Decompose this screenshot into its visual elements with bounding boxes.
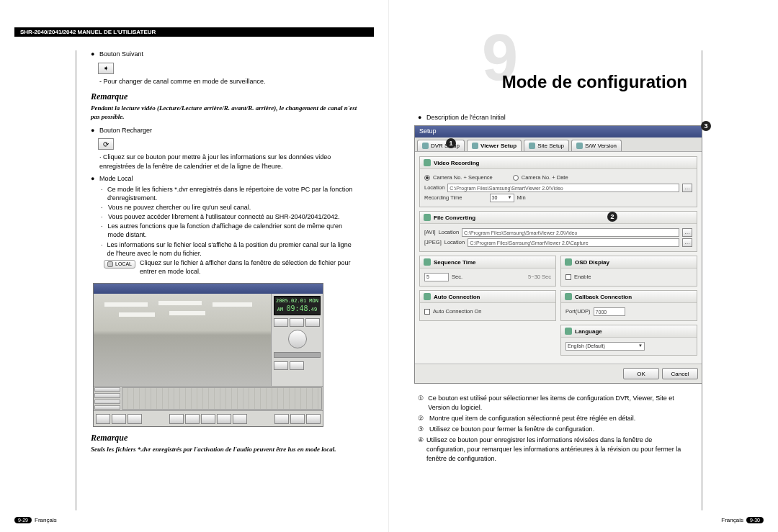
foot-btn[interactable] <box>233 414 247 424</box>
setup-body: Video Recording Camera No. + Sequence Ca… <box>415 151 702 364</box>
setup-screenshot: 1 2 3 Setup DVR Setup Viewer Setup Site … <box>414 125 710 384</box>
checkbox[interactable] <box>424 309 430 315</box>
player-timeline <box>94 386 323 410</box>
next-button-desc: - Pour changer de canal comme en mode de… <box>99 77 359 86</box>
side-btn[interactable] <box>274 318 288 327</box>
radio[interactable] <box>424 175 430 181</box>
footer-lang: Français <box>721 517 743 523</box>
timeline-tab[interactable] <box>94 387 120 392</box>
right-footer: Français 9-30 <box>721 517 764 523</box>
foot-btn[interactable] <box>201 414 215 424</box>
label: Bouton Suivant <box>99 50 143 58</box>
foot-btn[interactable] <box>306 414 321 424</box>
tab-icon <box>472 143 478 149</box>
timeline-tab[interactable] <box>94 405 120 410</box>
marker-3: 3 <box>701 121 711 131</box>
foot-btn[interactable] <box>112 414 126 424</box>
foot-btn[interactable] <box>169 414 184 424</box>
tab-sw-version[interactable]: S/W Version <box>571 140 622 151</box>
tab-site-setup[interactable]: Site Setup <box>524 140 569 151</box>
tab-icon <box>529 143 535 149</box>
timeline-tab[interactable] <box>94 400 120 404</box>
panel-language: Language English (Default)▼ <box>560 325 697 356</box>
local-chip: LOCAL <box>104 260 135 269</box>
tab-icon <box>422 143 429 149</box>
setup-tabs: DVR Setup Viewer Setup Site Setup S/W Ve… <box>415 137 702 151</box>
chapter-head: 9 Mode de configuration <box>418 50 687 92</box>
footer-lang: Français <box>35 517 57 523</box>
panel-icon <box>424 293 431 300</box>
player-side-panel: 2005.02.01 MON AM 09:48.49 <box>271 294 323 386</box>
page-number: 9-29 <box>14 517 32 523</box>
avi-location-field[interactable]: C:\Program Files\Samsung\SmartViewer 2.0… <box>462 228 679 237</box>
panel-callback-connection: Callback Connection Port(UDP) 7000 <box>560 290 697 321</box>
side-btn[interactable] <box>305 318 320 327</box>
side-btn[interactable] <box>290 361 304 370</box>
sequence-time-field[interactable]: 5 <box>424 273 449 281</box>
jog-dial-icon[interactable] <box>288 330 307 348</box>
browse-button[interactable]: … <box>682 184 692 192</box>
label: Mode Local <box>99 175 133 182</box>
foot-btn[interactable] <box>290 414 305 424</box>
remark-body-2: Seuls les fichiers *.dvr enregistrés par… <box>91 445 359 454</box>
panel-icon <box>424 214 431 221</box>
port-field[interactable]: 7000 <box>594 307 625 316</box>
remark-body-1: Pendant la lecture vidéo (Lecture/Lectur… <box>91 104 359 121</box>
foot-btn[interactable] <box>217 414 231 424</box>
tab-viewer-setup[interactable]: Viewer Setup <box>467 140 522 151</box>
chevron-down-icon: ▼ <box>508 194 512 202</box>
timeline-grid[interactable] <box>122 387 322 410</box>
marker-2: 2 <box>607 212 617 222</box>
local-mode-list: ·Ce mode lit les fichiers *.dvr enregist… <box>101 185 359 258</box>
browse-button[interactable]: … <box>682 238 692 247</box>
setup-titlebar: Setup <box>415 126 702 137</box>
player-footer <box>94 410 323 426</box>
foot-btn[interactable] <box>185 414 200 424</box>
language-dropdown[interactable]: English (Default)▼ <box>565 342 645 351</box>
right-body: 9 Mode de configuration ●Description de … <box>418 50 702 510</box>
chevron-down-icon: ▼ <box>638 343 643 350</box>
checkbox[interactable] <box>565 274 571 280</box>
side-btn[interactable] <box>274 361 288 370</box>
panel-icon <box>565 258 572 266</box>
arrow-right-icon: ➧ <box>98 63 114 74</box>
item-initial-screen: ●Description de l'écran Initial <box>418 114 687 121</box>
item-next-button: ●Bouton Suivant <box>91 50 359 58</box>
left-footer: 9-29 Français <box>14 517 57 523</box>
side-progress[interactable] <box>274 352 321 358</box>
player-clock: 2005.02.01 MON AM 09:48.49 <box>274 296 321 315</box>
radio[interactable] <box>513 175 519 181</box>
panel-icon <box>565 328 572 335</box>
chapter-title: Mode de configuration <box>418 50 687 92</box>
player-video <box>94 294 271 386</box>
ok-button[interactable]: OK <box>623 368 659 379</box>
page-number: 9-30 <box>746 517 764 523</box>
panel-icon <box>424 159 431 166</box>
foot-btn[interactable] <box>274 414 289 424</box>
panel-auto-connection: Auto Connection Auto Connection On <box>419 290 556 321</box>
recording-time-dropdown[interactable]: 30▼ <box>490 194 514 202</box>
left-page: SHR-2040/2041/2042 MANUEL DE L'UTILISATE… <box>0 0 389 532</box>
right-page: 9 Mode de configuration ●Description de … <box>389 0 778 532</box>
item-local-mode: ●Mode Local <box>91 175 359 182</box>
jpg-location-field[interactable]: C:\Program Files\Samsung\SmartViewer 2.0… <box>468 238 679 247</box>
panel-file-converting: File Converting [AVI] Location C:\Progra… <box>419 211 697 252</box>
tab-dvr-setup[interactable]: DVR Setup <box>417 140 465 151</box>
label: Description de l'écran Initial <box>426 114 506 121</box>
panel-video-recording: Video Recording Camera No. + Sequence Ca… <box>419 156 697 207</box>
panel-osd-display: OSD Display Enable <box>560 256 697 287</box>
player-window: 2005.02.01 MON AM 09:48.49 <box>93 283 323 427</box>
side-btn[interactable] <box>290 318 304 327</box>
local-chip-hint: Cliquez sur le fichier à afficher dans l… <box>140 258 359 276</box>
setup-footer: OK Cancel <box>415 364 702 383</box>
panel-sequence-time: Sequence Time 5 Sec. 5~30 Sec <box>419 256 556 287</box>
cancel-button[interactable]: Cancel <box>662 368 698 379</box>
browse-button[interactable]: … <box>682 228 692 237</box>
label: Bouton Recharger <box>99 127 152 134</box>
timeline-tab[interactable] <box>94 393 120 397</box>
location-field[interactable]: C:\Program Files\Samsung\SmartViewer 2.0… <box>447 184 679 192</box>
foot-btn[interactable] <box>128 414 142 424</box>
foot-btn[interactable] <box>96 414 110 424</box>
folder-icon <box>107 261 113 267</box>
player-titlebar <box>94 284 323 294</box>
